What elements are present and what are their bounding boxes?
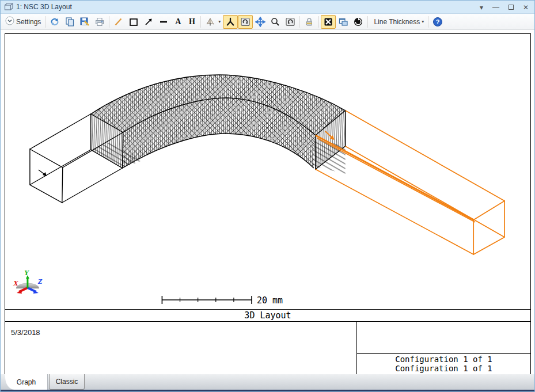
zoom-tool-button[interactable] (268, 15, 283, 29)
clock-arrow-icon (353, 17, 363, 27)
plot-title: 3D Layout (5, 309, 530, 322)
orientation-triad: X Y Z (13, 268, 43, 294)
save-icon (79, 17, 90, 27)
scale-bar-label: 20 mm (257, 295, 283, 306)
separator (200, 16, 201, 28)
maximize-button[interactable] (509, 5, 514, 10)
plot-area: X Y Z 20 mm (1, 30, 534, 377)
ray-bundle-bend (91, 75, 346, 174)
pan-move-icon (255, 17, 265, 27)
separator (367, 16, 368, 28)
rectangle-icon (128, 17, 139, 27)
refresh-icon (50, 17, 60, 27)
scale-bar (162, 296, 252, 304)
configuration-box: Configuration 1 of 1 Configuration 1 of … (357, 354, 530, 373)
separator (428, 16, 428, 28)
rotate-axes-icon (225, 17, 236, 27)
magnifier-icon (270, 17, 280, 27)
tabbar: Graph Classic (1, 374, 534, 390)
close-button[interactable]: ✕ (523, 4, 529, 11)
help-button[interactable]: ? (430, 15, 445, 29)
text-a-icon: A (175, 17, 181, 26)
settings-button[interactable]: Settings (3, 15, 43, 29)
dash-annotation-tool[interactable] (156, 15, 171, 29)
reset-rotate-icon (285, 17, 295, 27)
tab-graph[interactable]: Graph (5, 374, 48, 390)
copy-button[interactable] (62, 15, 77, 29)
date-label: 5/3/2018 (11, 328, 40, 337)
lock-window-button[interactable] (302, 15, 317, 29)
spin-tool-button[interactable] (238, 15, 253, 29)
window-3d-box-icon (4, 3, 13, 11)
pencil-line-icon (113, 17, 124, 27)
fill-frame-button[interactable] (321, 15, 336, 29)
axis-x-label: X (13, 279, 18, 287)
window-menu-button[interactable]: ▾ (480, 4, 483, 11)
titlebar: 1: NSC 3D Layout ▾ — ✕ (1, 1, 534, 14)
info-panel: 5/3/2018 Configuration 1 of 1 Configurat… (5, 322, 530, 374)
orientation-indicator-button[interactable]: ▾ (203, 15, 223, 29)
fill-frame-icon (323, 17, 333, 27)
settings-chevron-icon (5, 16, 14, 28)
rectangle-annotation-tool[interactable] (126, 15, 141, 29)
update-button[interactable] (47, 15, 62, 29)
plot-frame: X Y Z 20 mm (5, 33, 531, 375)
separator (318, 16, 319, 28)
pan-tool-button[interactable] (253, 15, 268, 29)
horizontal-line-icon (158, 17, 169, 27)
separator (109, 16, 109, 28)
line-annotation-tool[interactable] (111, 15, 126, 29)
dimension-h-icon: H (189, 17, 195, 26)
configuration-line-1: Configuration 1 of 1 (357, 355, 530, 364)
copy-icon (64, 17, 75, 27)
separator (45, 16, 45, 28)
source-arrow (39, 170, 47, 176)
rotate-tool-button[interactable] (223, 15, 238, 29)
axis-gizmo-icon (205, 17, 217, 27)
layout-canvas[interactable]: X Y Z 20 mm (5, 34, 530, 309)
layout-drawing: X Y Z 20 mm (5, 34, 530, 309)
info-left-cell: 5/3/2018 (5, 322, 356, 374)
configuration-line-2: Configuration 1 of 1 (357, 364, 530, 373)
nsc-3d-layout-window: 1: NSC 3D Layout ▾ — ✕ Settings (0, 0, 535, 392)
padlock-icon (304, 17, 314, 27)
separator (299, 16, 300, 28)
animate-button[interactable] (351, 15, 366, 29)
arrow-annotation-tool[interactable] (141, 15, 156, 29)
dimension-annotation-tool[interactable]: H (185, 15, 199, 29)
reset-view-button[interactable] (283, 15, 298, 29)
arrow-icon (143, 17, 154, 27)
svg-text:?: ? (436, 18, 440, 25)
axis-y-label: Y (24, 268, 29, 277)
copy-window-button[interactable] (336, 15, 351, 29)
windows-copy-icon (338, 17, 348, 27)
text-annotation-tool[interactable]: A (171, 15, 185, 29)
help-icon: ? (432, 17, 443, 27)
window-bottom-edge (1, 390, 534, 391)
info-right-top-cell (357, 322, 530, 354)
print-icon (94, 17, 105, 27)
axis-z-label: Z (37, 277, 43, 286)
print-button[interactable] (92, 15, 107, 29)
tab-classic[interactable]: Classic (49, 374, 85, 390)
line-thickness-button[interactable]: Line Thickness ▾ (370, 15, 426, 29)
window-title: 1: NSC 3D Layout (16, 3, 72, 11)
minimize-button[interactable]: — (492, 4, 499, 11)
spin-rotate-icon (240, 17, 251, 27)
info-right-cell: Configuration 1 of 1 Configuration 1 of … (356, 322, 530, 374)
toolbar: Settings (1, 14, 534, 30)
save-button[interactable] (77, 15, 92, 29)
